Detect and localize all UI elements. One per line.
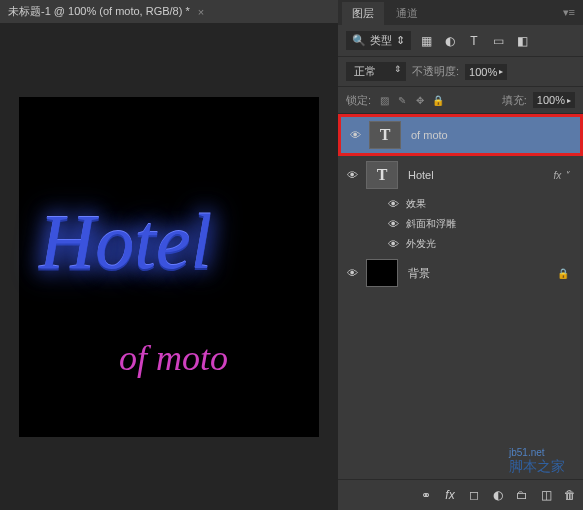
lock-all-icon[interactable]: 🔒 [431,93,445,107]
layer-fx-icon[interactable]: fx [441,486,459,504]
panel-tabs: 图层 通道 ▾≡ [338,0,583,25]
filter-kind-label: 类型 [370,33,392,48]
document-tab[interactable]: 未标题-1 @ 100% (of moto, RGB/8) * × [0,0,338,23]
lock-label: 锁定: [346,93,371,108]
visibility-toggle-icon[interactable]: 👁 [344,169,360,181]
canvas-text-moto: of moto [119,337,228,379]
layer-row[interactable]: 👁THotelfx ˅ [338,156,583,194]
layers-footer: ⚭ fx ◻ ◐ 🗀 ◫ 🗑 [338,479,583,510]
opacity-label: 不透明度: [412,64,459,79]
filter-shape-icon[interactable]: ▭ [489,32,507,50]
layer-thumbnail[interactable] [366,259,398,287]
layer-row[interactable]: 👁Tof moto [338,114,583,156]
blend-row: 正常 不透明度: 100% [338,57,583,87]
filter-adjust-icon[interactable]: ◐ [441,32,459,50]
fill-input[interactable]: 100% [533,92,575,108]
link-layers-icon[interactable]: ⚭ [417,486,435,504]
canvas-area: 未标题-1 @ 100% (of moto, RGB/8) * × Hotel … [0,0,338,510]
close-icon[interactable]: × [198,6,204,18]
filter-type-icon[interactable]: T [465,32,483,50]
layer-thumbnail[interactable]: T [369,121,401,149]
effect-name: 外发光 [406,237,436,251]
layer-filter-row: 🔍 类型 ⇕ ▦ ◐ T ▭ ◧ [338,25,583,57]
filter-smart-icon[interactable]: ◧ [513,32,531,50]
document-title: 未标题-1 @ 100% (of moto, RGB/8) * [8,4,190,19]
layer-effect-row[interactable]: 👁斜面和浮雕 [338,214,583,234]
lock-position-icon[interactable]: ✥ [413,93,427,107]
layers-panel: 图层 通道 ▾≡ 🔍 类型 ⇕ ▦ ◐ T ▭ ◧ 正常 不透明度: 100% … [338,0,583,510]
layer-thumbnail[interactable]: T [366,161,398,189]
lock-pixels-icon[interactable]: ✎ [395,93,409,107]
lock-icon: 🔒 [557,268,577,279]
opacity-input[interactable]: 100% [465,64,507,80]
visibility-toggle-icon[interactable]: 👁 [386,198,400,210]
new-layer-icon[interactable]: ◫ [537,486,555,504]
canvas-viewport: Hotel of moto [0,23,338,510]
layer-mask-icon[interactable]: ◻ [465,486,483,504]
layer-effect-row[interactable]: 👁外发光 [338,234,583,254]
visibility-toggle-icon[interactable]: 👁 [347,129,363,141]
lock-row: 锁定: ▨ ✎ ✥ 🔒 填充: 100% [338,87,583,114]
chevron-updown-icon: ⇕ [396,34,405,47]
fx-badge-icon[interactable]: fx ˅ [553,170,577,181]
canvas-text-hotel: Hotel [39,197,212,287]
canvas[interactable]: Hotel of moto [19,97,319,437]
panel-menu-icon[interactable]: ▾≡ [555,2,583,25]
watermark: jb51.net 脚本之家 [509,447,565,476]
lock-transparency-icon[interactable]: ▨ [377,93,391,107]
trash-icon[interactable]: 🗑 [561,486,579,504]
fill-label: 填充: [502,93,527,108]
layers-list: 👁Tof moto👁THotelfx ˅👁效果👁斜面和浮雕👁外发光👁背景🔒 [338,114,583,479]
filter-pixel-icon[interactable]: ▦ [417,32,435,50]
visibility-toggle-icon[interactable]: 👁 [386,238,400,250]
blend-mode-select[interactable]: 正常 [346,62,406,81]
effect-name: 效果 [406,197,426,211]
layer-effect-row[interactable]: 👁效果 [338,194,583,214]
effect-name: 斜面和浮雕 [406,217,456,231]
visibility-toggle-icon[interactable]: 👁 [344,267,360,279]
layer-name[interactable]: 背景 [404,266,551,281]
adjustment-layer-icon[interactable]: ◐ [489,486,507,504]
tab-layers[interactable]: 图层 [342,2,384,25]
group-icon[interactable]: 🗀 [513,486,531,504]
filter-kind-select[interactable]: 🔍 类型 ⇕ [346,31,411,50]
visibility-toggle-icon[interactable]: 👁 [386,218,400,230]
tab-channels[interactable]: 通道 [386,2,428,25]
layer-name[interactable]: of moto [407,129,574,141]
layer-row[interactable]: 👁背景🔒 [338,254,583,292]
search-icon: 🔍 [352,34,366,47]
layer-name[interactable]: Hotel [404,169,547,181]
lock-icons: ▨ ✎ ✥ 🔒 [377,93,445,107]
